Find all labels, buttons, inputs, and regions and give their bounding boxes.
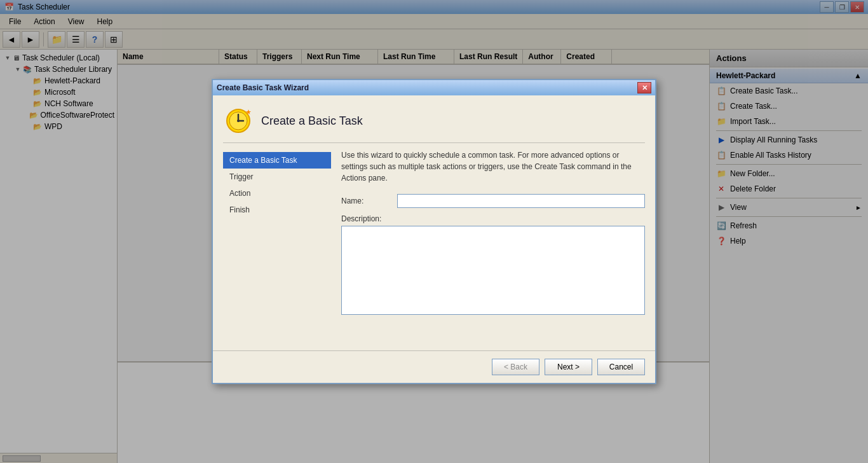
wizard-description: Use this wizard to quickly schedule a co…: [341, 149, 645, 184]
description-input[interactable]: [341, 226, 645, 315]
wizard-right-panel: Use this wizard to quickly schedule a co…: [331, 149, 645, 350]
wizard-dialog: Create Basic Task Wizard ✕ Create a Basi…: [212, 79, 656, 384]
wizard-step-finish-label: Finish: [229, 205, 250, 214]
dialog-header-title: Create a Basic Task: [261, 114, 363, 128]
name-label: Name:: [341, 197, 392, 205]
next-button[interactable]: Next >: [545, 359, 592, 375]
wizard-steps: Create a Basic Task Trigger Action Finis…: [223, 149, 331, 350]
dialog-titlebar: Create Basic Task Wizard ✕: [213, 80, 655, 95]
dialog-divider: [223, 142, 645, 143]
wizard-step-trigger[interactable]: Trigger: [223, 169, 331, 185]
cancel-button[interactable]: Cancel: [597, 359, 645, 375]
dialog-footer: < Back Next > Cancel: [213, 350, 655, 383]
back-button[interactable]: < Back: [492, 359, 539, 375]
wizard-step-action-label: Action: [229, 189, 250, 198]
dialog-header: Create a Basic Task: [213, 95, 655, 136]
dialog-content: Create a Basic Task Trigger Action Finis…: [213, 149, 655, 350]
description-label: Description:: [341, 214, 645, 223]
wizard-step-trigger-label: Trigger: [229, 172, 254, 181]
dialog-header-icon: [223, 106, 254, 136]
name-input[interactable]: [397, 194, 645, 208]
description-row: Description:: [341, 214, 645, 315]
wizard-step-create[interactable]: Create a Basic Task: [223, 152, 331, 169]
dialog-close-button[interactable]: ✕: [637, 82, 651, 93]
dialog-title: Create Basic Task Wizard: [217, 83, 637, 92]
modal-overlay: Create Basic Task Wizard ✕ Create a Basi…: [0, 0, 868, 463]
svg-point-4: [237, 120, 240, 122]
wizard-step-finish[interactable]: Finish: [223, 202, 331, 218]
name-row: Name:: [341, 194, 645, 208]
wizard-step-action[interactable]: Action: [223, 185, 331, 202]
wizard-step-create-label: Create a Basic Task: [229, 156, 297, 165]
